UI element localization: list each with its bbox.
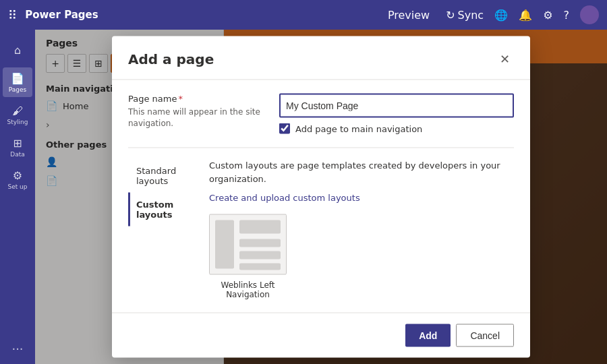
page-name-label: Page name* (128, 94, 263, 104)
sidebar-more-icon[interactable]: ··· (11, 342, 23, 356)
main-content: Pages + ☰ ⊞ ≡ 🔍 ▾ Main navigation 📄 Home… (35, 30, 607, 364)
page-name-hint: This name will appear in the site naviga… (128, 107, 263, 129)
nav-checkbox-row: Add page to main navigation (279, 123, 514, 134)
layout-thumbnail-item[interactable]: Weblinks LeftNavigation (209, 214, 287, 299)
required-star: * (178, 94, 183, 104)
thumb-content-2 (239, 239, 281, 247)
modal-title: Add a page (128, 51, 214, 67)
layout-divider (128, 148, 514, 148)
sidebar-pages-label: Pages (9, 86, 26, 93)
modal-body: Page name* This name will appear in the … (112, 80, 530, 313)
add-button[interactable]: Add (405, 324, 451, 347)
setup-icon: ⚙ (13, 169, 22, 182)
thumbnail-label: Weblinks LeftNavigation (221, 280, 274, 299)
thumb-content-4 (239, 264, 281, 270)
top-nav-actions: Preview ↻ Sync 🌐 🔔 ⚙ ? (388, 5, 599, 24)
layout-row: Standard layouts Custom layouts Custom l… (128, 159, 514, 299)
layout-tabs: Standard layouts Custom layouts (128, 159, 209, 299)
nav-checkbox[interactable] (279, 123, 290, 134)
top-navigation: ⠿ Power Pages Preview ↻ Sync 🌐 🔔 ⚙ ? (0, 0, 607, 30)
cancel-button[interactable]: Cancel (456, 324, 514, 347)
styling-icon: 🖌 (12, 104, 23, 117)
sidebar-data-label: Data (10, 151, 25, 158)
bell-icon[interactable]: 🔔 (519, 9, 532, 22)
home-icon: ⌂ (14, 44, 21, 57)
waffle-icon[interactable]: ⠿ (8, 8, 17, 22)
standard-layouts-tab[interactable]: Standard layouts (128, 159, 209, 193)
sidebar: ⌂ 📄 Pages 🖌 Styling ⊞ Data ⚙ Set up ··· (0, 30, 35, 364)
thumb-content-3 (239, 251, 281, 260)
sidebar-item-home[interactable]: ⌂ (3, 35, 32, 65)
sidebar-item-styling[interactable]: 🖌 Styling (3, 100, 32, 129)
custom-layouts-tab[interactable]: Custom layouts (128, 193, 209, 226)
sidebar-item-data[interactable]: ⊞ Data (3, 132, 32, 162)
add-page-modal: Add a page ✕ Page name* This name will a… (112, 36, 530, 358)
globe-icon[interactable]: 🌐 (494, 9, 508, 22)
layout-thumbnail (209, 214, 287, 275)
sidebar-item-setup[interactable]: ⚙ Set up (3, 164, 32, 194)
sync-button[interactable]: ↻ Sync (446, 9, 484, 22)
pages-icon: 📄 (11, 72, 24, 85)
page-name-input-col: Add page to main navigation (279, 94, 514, 134)
app-title: Power Pages (25, 9, 388, 21)
page-name-row: Page name* This name will appear in the … (128, 94, 514, 134)
settings-icon[interactable]: ⚙ (543, 9, 552, 22)
sidebar-setup-label: Set up (7, 183, 27, 190)
custom-layout-desc: Custom layouts are page templates create… (209, 159, 514, 185)
modal-close-button[interactable]: ✕ (495, 50, 514, 69)
page-name-input[interactable] (279, 94, 514, 118)
layout-main: Custom layouts are page templates create… (209, 159, 514, 299)
sync-icon: ↻ (446, 9, 455, 22)
help-icon[interactable]: ? (564, 9, 570, 22)
sidebar-item-pages[interactable]: 📄 Pages (3, 67, 32, 97)
nav-checkbox-label: Add page to main navigation (295, 123, 422, 133)
modal-header: Add a page ✕ (112, 36, 530, 80)
thumb-content-1 (239, 220, 281, 234)
layout-thumbnails: Weblinks LeftNavigation (209, 214, 514, 299)
page-name-label-col: Page name* This name will appear in the … (128, 94, 263, 129)
custom-layout-link[interactable]: Create and upload custom layouts (209, 193, 360, 203)
user-avatar[interactable] (580, 5, 599, 24)
thumb-sidebar (215, 220, 234, 269)
sidebar-styling-label: Styling (7, 119, 28, 125)
preview-button[interactable]: Preview (388, 9, 430, 22)
modal-footer: Add Cancel (112, 313, 530, 358)
data-icon: ⊞ (13, 137, 22, 150)
